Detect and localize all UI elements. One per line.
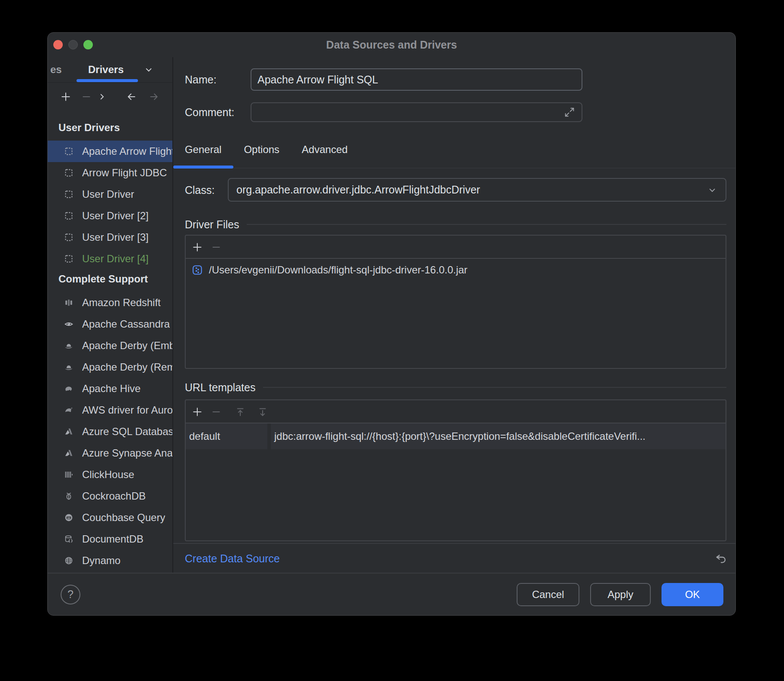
sidebar-item-clickhouse[interactable]: ClickHouse bbox=[48, 464, 172, 485]
tab-data-sources[interactable]: es bbox=[50, 57, 62, 82]
sidebar-item-arrow-flight-jdbc[interactable]: Arrow Flight JDBC bbox=[48, 162, 172, 184]
tab-options[interactable]: Options bbox=[244, 144, 279, 156]
driver-icon bbox=[64, 233, 74, 242]
class-dropdown[interactable]: org.apache.arrow.driver.jdbc.ArrowFlight… bbox=[228, 178, 726, 202]
sidebar-item-cockroachdb[interactable]: CockroachDB bbox=[48, 485, 172, 507]
tab-drivers[interactable]: Drivers bbox=[88, 57, 124, 82]
ok-button[interactable]: OK bbox=[662, 583, 723, 606]
clickhouse-icon bbox=[64, 470, 74, 479]
chevron-down-icon bbox=[707, 184, 718, 196]
sidebar-item-label: User Driver [2] bbox=[82, 210, 149, 222]
sidebar-item-dynamo[interactable]: Dynamo bbox=[48, 550, 172, 571]
selected-tab-underline bbox=[77, 79, 138, 82]
tab-general[interactable]: General bbox=[185, 144, 221, 156]
tab-advanced[interactable]: Advanced bbox=[302, 144, 348, 156]
tree-section-complete-support: Complete Support bbox=[48, 270, 172, 288]
sidebar-item-label: Apache Cassandra bbox=[82, 318, 170, 330]
close-window-button[interactable] bbox=[53, 40, 63, 49]
sidebar-item-label: ClickHouse bbox=[82, 469, 134, 481]
url-templates-toolbar bbox=[186, 400, 726, 423]
derby-icon bbox=[64, 341, 74, 350]
remove-file-icon[interactable] bbox=[211, 242, 222, 253]
class-value: org.apache.arrow.driver.jdbc.ArrowFlight… bbox=[236, 184, 480, 196]
sidebar-item-label: CockroachDB bbox=[82, 490, 146, 502]
name-input[interactable] bbox=[251, 68, 582, 91]
url-template-value-cell[interactable]: jdbc:arrow-flight-sql://{host}:{port}\?u… bbox=[271, 423, 726, 449]
sidebar-item-label: DocumentDB bbox=[82, 533, 144, 545]
sidebar-item-label: User Driver [3] bbox=[82, 231, 149, 243]
sidebar-item-label: Amazon Redshift bbox=[82, 297, 161, 309]
sidebar-item-label: Dynamo bbox=[82, 555, 120, 567]
couchbase-icon bbox=[64, 513, 74, 522]
sidebar-item-user-driver-4[interactable]: User Driver [4] bbox=[48, 248, 172, 270]
cassandra-icon bbox=[64, 319, 74, 329]
sidebar-item-apache-cassandra[interactable]: Apache Cassandra bbox=[48, 313, 172, 335]
driver-files-box: /Users/evgenii/Downloads/flight-sql-jdbc… bbox=[185, 235, 726, 369]
aws-mysql-icon bbox=[64, 405, 74, 415]
sidebar-item-couchbase-query[interactable]: Couchbase Query bbox=[48, 507, 172, 528]
remove-driver-icon[interactable] bbox=[81, 91, 92, 102]
driver-file-row[interactable]: /Users/evgenii/Downloads/flight-sql-jdbc… bbox=[186, 259, 726, 276]
comment-input[interactable] bbox=[251, 102, 582, 122]
sidebar-item-apache-derby-remote[interactable]: Apache Derby (Remote) bbox=[48, 356, 172, 378]
dynamo-icon bbox=[64, 556, 74, 565]
screen: Data Sources and Drivers es Drivers bbox=[0, 0, 784, 681]
expand-icon[interactable] bbox=[564, 106, 576, 118]
sidebar-item-documentdb[interactable]: DocumentDB bbox=[48, 528, 172, 550]
sidebar-item-apache-hive[interactable]: Apache Hive bbox=[48, 378, 172, 399]
sidebar-item-label: Apache Derby (Remote) bbox=[82, 361, 172, 373]
minimize-window-button[interactable] bbox=[68, 40, 78, 49]
sidebar-toolbar bbox=[48, 83, 172, 110]
sidebar-item-label: Arrow Flight JDBC bbox=[82, 167, 167, 179]
sidebar-item-apache-derby-embedded[interactable]: Apache Derby (Embedded) bbox=[48, 335, 172, 356]
chevron-down-icon[interactable] bbox=[143, 64, 154, 75]
driver-icon bbox=[64, 147, 74, 156]
driver-icon bbox=[64, 168, 74, 178]
sidebar-tabstrip: es Drivers bbox=[48, 57, 172, 83]
driver-file-path: /Users/evgenii/Downloads/flight-sql-jdbc… bbox=[209, 264, 468, 276]
dialog-footer: ? Cancel Apply OK bbox=[48, 573, 735, 615]
sidebar-item-azure-synapse-analytics[interactable]: Azure Synapse Analytics bbox=[48, 442, 172, 464]
url-template-name-cell[interactable]: default bbox=[186, 423, 267, 449]
sidebar-item-label: Azure SQL Database bbox=[82, 426, 172, 438]
add-template-icon[interactable] bbox=[192, 406, 203, 417]
sidebar-item-label: Apache Hive bbox=[82, 383, 141, 395]
driver-file-list: /Users/evgenii/Downloads/flight-sql-jdbc… bbox=[186, 259, 726, 276]
tree-section-user-drivers: User Drivers bbox=[48, 118, 172, 137]
hive-icon bbox=[64, 384, 74, 393]
remove-template-icon[interactable] bbox=[211, 406, 222, 417]
help-button[interactable]: ? bbox=[61, 585, 80, 604]
sidebar-item-azure-sql-database[interactable]: Azure SQL Database bbox=[48, 421, 172, 442]
forward-arrow-icon[interactable] bbox=[148, 91, 159, 102]
add-file-icon[interactable] bbox=[192, 242, 203, 253]
sidebar-item-label: Azure Synapse Analytics bbox=[82, 447, 172, 459]
move-down-icon[interactable] bbox=[257, 406, 268, 417]
sidebar-item-apache-arrow-flight-sql[interactable]: Apache Arrow Flight SQL bbox=[48, 141, 172, 162]
traffic-lights bbox=[53, 40, 93, 49]
move-up-icon[interactable] bbox=[235, 406, 246, 417]
sidebar-item-user-driver-2[interactable]: User Driver [2] bbox=[48, 205, 172, 227]
revert-icon[interactable] bbox=[714, 552, 728, 566]
class-label: Class: bbox=[185, 184, 214, 196]
sidebar-item-aws-driver-for-aurora-mysql[interactable]: AWS driver for Aurora MySQL bbox=[48, 399, 172, 421]
driver-icon bbox=[64, 254, 74, 264]
url-templates-header: URL templates bbox=[185, 380, 726, 395]
sidebar-item-user-driver-3[interactable]: User Driver [3] bbox=[48, 227, 172, 248]
cell-divider bbox=[267, 423, 271, 449]
azure-icon bbox=[64, 448, 74, 458]
sidebar: es Drivers bbox=[48, 57, 173, 573]
cancel-button[interactable]: Cancel bbox=[517, 583, 579, 606]
driver-files-toolbar bbox=[186, 236, 726, 259]
sidebar-item-amazon-redshift[interactable]: Amazon Redshift bbox=[48, 292, 172, 313]
back-arrow-icon[interactable] bbox=[126, 91, 137, 102]
documentdb-icon bbox=[64, 534, 74, 544]
comment-label: Comment: bbox=[185, 106, 234, 119]
titlebar: Data Sources and Drivers bbox=[48, 33, 735, 57]
zoom-window-button[interactable] bbox=[83, 40, 93, 49]
sidebar-item-user-driver[interactable]: User Driver bbox=[48, 184, 172, 205]
create-data-source-link[interactable]: Create Data Source bbox=[185, 552, 280, 565]
apply-button[interactable]: Apply bbox=[590, 583, 651, 606]
chevron-right-icon[interactable] bbox=[96, 91, 107, 102]
add-driver-icon[interactable] bbox=[60, 91, 71, 102]
general-tab-underline bbox=[173, 166, 233, 169]
